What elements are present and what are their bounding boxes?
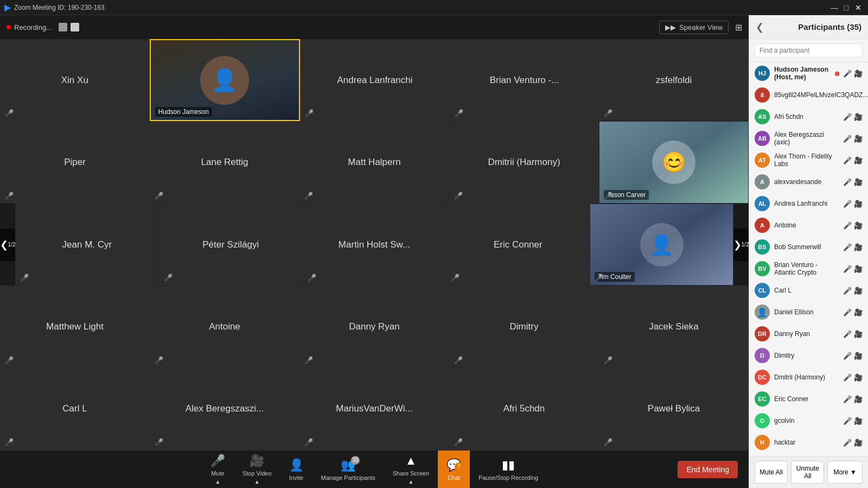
cell-name-1-3: Dmitrii (Harmony) <box>486 155 562 170</box>
sidebar-header: ❮ Participants (35) <box>749 15 868 39</box>
participant-icons: 🎤🎥 <box>843 200 863 208</box>
speaker-view-button[interactable]: ▶▶ Speaker View <box>659 21 729 34</box>
more-button[interactable]: More ▼ <box>827 461 863 484</box>
chat-button[interactable]: 💬 7 Chat <box>438 451 470 488</box>
participant-item[interactable]: Aalexvandesande🎤🎥 <box>749 171 868 193</box>
next-page-button[interactable]: ❯1/2 <box>733 229 749 261</box>
record-button[interactable]: ▮▮ Pause/Stop Recording <box>470 451 547 488</box>
participant-item[interactable]: Ggcolvin🎤🎥 <box>749 410 868 432</box>
cell-andrea-lanfranchi: Andrea Lanfranchi 🎤 <box>300 39 450 121</box>
participant-item[interactable]: 885vg8l24MPelLMvzeIC3QADZ...🎤🎥 <box>749 84 868 106</box>
cell-name-2-0: Jean M. Cyr <box>60 237 114 252</box>
video-status-icon: 🎥 <box>854 265 863 273</box>
manage-participants-button[interactable]: 👥 35 Manage Participants <box>312 451 384 488</box>
mute-icon: 🎤 <box>210 454 225 468</box>
participant-name: Carl L <box>774 287 839 294</box>
muted-icon-4-0: 🎤 <box>5 438 14 446</box>
participant-name: Danny Ryan <box>774 330 839 338</box>
mic-status-icon: 🎤 <box>843 156 852 164</box>
cell-pawel-bylica: Paweł Bylica 🎤 <box>599 368 749 450</box>
unmute-all-button[interactable]: Unmute All <box>791 461 824 484</box>
participant-icons: 🎤🎥 <box>843 352 863 360</box>
participant-item[interactable]: ECEric Conner🎤🎥 <box>749 388 868 410</box>
stop-recording-button[interactable] <box>71 23 79 31</box>
participant-name: Bob Summerwill <box>774 243 839 251</box>
participant-item[interactable]: ASAfri 5chdn🎤🎥 <box>749 106 868 128</box>
cell-jacek-sieka: Jacek Sieka 🎤 <box>599 286 749 367</box>
participant-item[interactable]: HJHudson Jameson (Host, me)⏺🎤🎥 <box>749 62 868 84</box>
video-status-icon: 🎥 <box>854 156 863 164</box>
participant-item[interactable]: ALAndrea Lanfranchi🎤🎥 <box>749 193 868 214</box>
participant-item[interactable]: DDimitry🎤🎥 <box>749 345 868 366</box>
participants-badge: 35 <box>351 456 360 465</box>
participant-item[interactable]: 👤Daniel Ellison🎤🎥 <box>749 301 868 323</box>
cell-name-3-0: Matthew Light <box>44 319 106 334</box>
minimize-button[interactable]: — <box>829 2 840 13</box>
sidebar-collapse-button[interactable]: ❮ <box>756 21 764 33</box>
muted-icon-0-3: 🎤 <box>455 109 463 117</box>
end-meeting-button[interactable]: End Meeting <box>678 461 738 478</box>
participant-avatar: D <box>755 348 770 363</box>
cell-martin-holst: Martin Holst Sw... 🎤 <box>303 204 446 286</box>
participant-item[interactable]: Hhacktar🎤🎥 <box>749 432 868 453</box>
cell-dmitrii: Dmitrii (Harmony) 🎤 <box>449 121 599 203</box>
participant-avatar: CL <box>755 283 770 298</box>
cell-alex-beregszaszi: Alex Beregszaszi... 🎤 <box>150 368 299 450</box>
participant-icons: 🎤🎥 <box>843 308 863 316</box>
invite-label: Invite <box>289 474 303 481</box>
search-input[interactable] <box>755 43 863 58</box>
mic-status-icon: 🎤 <box>843 308 852 316</box>
participant-item[interactable]: CLCarl L🎤🎥 <box>749 280 868 301</box>
participant-icons: 🎤🎥 <box>843 439 863 447</box>
sidebar-title: Participants (35) <box>798 22 861 31</box>
muted-icon-0-4: 🎤 <box>604 109 612 117</box>
participant-icons: 🎤🎥 <box>843 373 863 382</box>
cell-lane-rettig: Lane Rettig 🎤 <box>150 121 299 203</box>
prev-page-button[interactable]: ❮1/2 <box>0 229 15 261</box>
mic-status-icon: 🎤 <box>843 113 852 121</box>
participant-name: Afri 5chdn <box>774 113 839 121</box>
muted-icon-1-0: 🎤 <box>5 192 14 200</box>
cell-name-0-3: Brian Venturo -... <box>488 73 561 88</box>
cell-name-2-1: Péter Szilágyi <box>200 237 261 252</box>
cell-antoine: Antoine 🎤 <box>150 286 299 367</box>
restore-button[interactable]: □ <box>841 2 852 13</box>
video-status-icon: 🎥 <box>854 395 863 403</box>
close-button[interactable]: ✕ <box>853 2 864 13</box>
participant-icons: 🎤🎥 <box>843 156 863 164</box>
muted-icon-3-4: 🎤 <box>604 356 612 364</box>
participant-icons: 🎤🎥 <box>843 221 863 230</box>
participant-icons: 🎤🎥 <box>843 287 863 295</box>
title-bar: ▶ Zoom Meeting ID: 190-230-163 — □ ✕ <box>0 0 868 15</box>
participant-item[interactable]: AAntoine🎤🎥 <box>749 214 868 236</box>
share-screen-button[interactable]: ▲ Share Screen ▲ <box>384 451 438 488</box>
participant-item[interactable]: BVBrian Venturo - Atlantic Crypto🎤🎥 <box>749 258 868 280</box>
fullscreen-button[interactable]: ⊞ <box>735 22 742 33</box>
participant-avatar: 8 <box>755 87 770 103</box>
muted-icon-2-2: 🎤 <box>308 274 316 282</box>
participant-item[interactable]: BSBob Summerwill🎤🎥 <box>749 236 868 258</box>
grid-row-4: Carl L 🎤 Alex Beregszaszi... 🎤 MariusVan… <box>0 368 749 450</box>
grid-container: Xin Xu 🎤 👤 Hudson Jameson Andrea Lanfran… <box>0 39 749 450</box>
record-label: Pause/Stop Recording <box>478 474 538 481</box>
video-status-icon: 🎥 <box>854 373 863 382</box>
muted-icon-2-1: 🎤 <box>164 274 173 282</box>
stop-video-button[interactable]: 🎥 Stop Video ▲ <box>234 451 280 488</box>
video-status-icon: 🎥 <box>854 178 863 186</box>
mute-button[interactable]: 🎤 Mute ▲ <box>202 451 234 488</box>
sidebar-footer: Mute All Unmute All More ▼ <box>749 456 868 488</box>
grid-row-3: Matthew Light 🎤 Antoine 🎤 Danny Ryan 🎤 D… <box>0 286 749 367</box>
participant-item[interactable]: DCDmitrii (Harmony)🎤🎥 <box>749 366 868 388</box>
pause-recording-button[interactable] <box>59 23 67 31</box>
video-status-icon: 🎥 <box>854 308 863 316</box>
participant-item[interactable]: ATAlex Thorn - Fidelity Labs🎤🎥 <box>749 149 868 171</box>
mute-all-button[interactable]: Mute All <box>755 461 788 484</box>
invite-button[interactable]: 👤 Invite <box>280 451 312 488</box>
participant-item[interactable]: ABAlex Beregszaszi (axic)🎤🎥 <box>749 128 868 149</box>
mic-status-icon: 🎤 <box>843 417 852 425</box>
cell-xin-xu: Xin Xu 🎤 <box>0 39 150 121</box>
participant-name: Eric Conner <box>774 395 839 403</box>
cell-name-0-4: zsfelfoldi <box>654 73 694 88</box>
participant-item[interactable]: DRDanny Ryan🎤🎥 <box>749 323 868 345</box>
cell-name-4-1: Alex Beregszaszi... <box>183 401 266 416</box>
